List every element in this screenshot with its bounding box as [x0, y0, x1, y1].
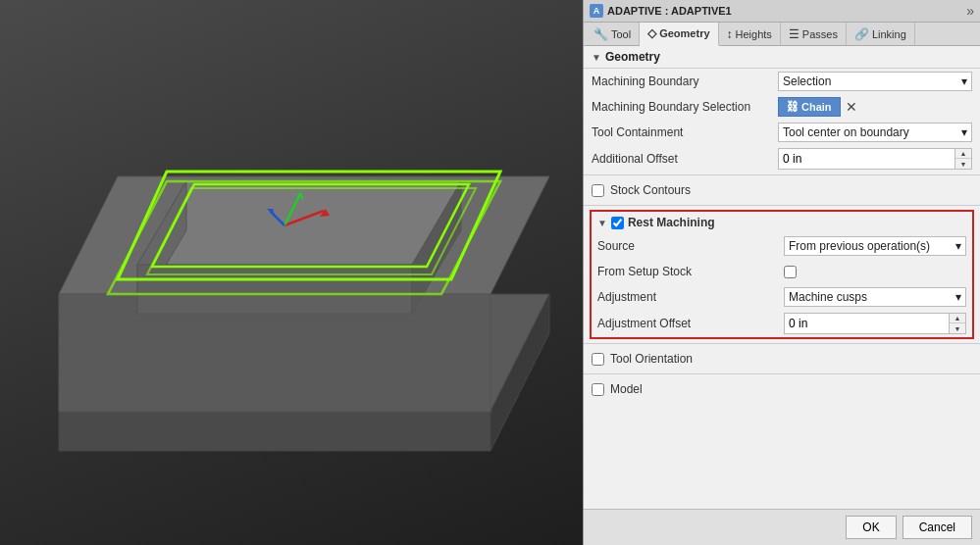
panel-content: ▼ Geometry Machining Boundary Selection …	[584, 46, 980, 509]
adjustment-dropdown-arrow: ▾	[955, 290, 961, 304]
additional-offset-down[interactable]: ▼	[955, 159, 971, 169]
svg-marker-8	[137, 265, 412, 314]
adjustment-offset-spinners: ▲ ▼	[949, 314, 965, 333]
svg-marker-1	[59, 412, 490, 451]
tab-passes[interactable]: ☰ Passes	[781, 23, 847, 45]
tool-containment-dropdown-arrow: ▾	[961, 125, 967, 139]
passes-tab-icon: ☰	[789, 27, 799, 41]
tab-heights[interactable]: ↕ Heights	[719, 23, 781, 45]
panel-footer: OK Cancel	[584, 509, 980, 545]
machining-boundary-dropdown[interactable]: Selection ▾	[778, 72, 972, 91]
rest-machining-label[interactable]: Rest Machining	[628, 216, 715, 229]
machining-boundary-selection-row: Machining Boundary Selection ⛓ Chain ✕	[584, 94, 980, 120]
tool-containment-row: Tool Containment Tool center on boundary…	[584, 120, 980, 145]
from-setup-stock-label: From Setup Stock	[597, 265, 784, 278]
machining-boundary-dropdown-value: Selection	[783, 74, 831, 88]
model-checkbox[interactable]	[592, 383, 604, 396]
tabs-bar: 🔧 Tool ◇ Geometry ↕ Heights ☰ Passes 🔗 L…	[584, 23, 980, 46]
machining-boundary-selection-label: Machining Boundary Selection	[592, 100, 778, 114]
ok-button[interactable]: OK	[846, 516, 896, 539]
additional-offset-input-ctrl: ▲ ▼	[778, 148, 972, 170]
chain-button[interactable]: ⛓ Chain	[778, 97, 841, 117]
properties-panel: A ADAPTIVE : ADAPTIVE1 » 🔧 Tool ◇ Geomet…	[583, 0, 980, 545]
additional-offset-value: ▲ ▼	[778, 148, 972, 170]
rest-machining-arrow: ▼	[597, 218, 607, 228]
tool-containment-dropdown[interactable]: Tool center on boundary ▾	[778, 123, 972, 142]
machining-boundary-selection-value: ⛓ Chain ✕	[778, 97, 972, 117]
model-row: Model	[584, 376, 980, 402]
additional-offset-spinners: ▲ ▼	[954, 149, 971, 169]
source-dropdown[interactable]: From previous operation(s) ▾	[784, 236, 966, 256]
from-setup-stock-value	[784, 266, 966, 278]
machining-boundary-dropdown-arrow: ▾	[961, 74, 967, 88]
additional-offset-up[interactable]: ▲	[955, 149, 971, 159]
stock-contours-checkbox[interactable]	[592, 184, 604, 197]
adjustment-offset-value: ▲ ▼	[784, 313, 966, 334]
linking-tab-icon: 🔗	[854, 27, 869, 41]
viewport-3d[interactable]	[0, 0, 583, 545]
panel-title: ADAPTIVE : ADAPTIVE1	[607, 5, 732, 17]
adjustment-label: Adjustment	[597, 290, 784, 304]
adjustment-offset-input[interactable]	[785, 315, 949, 332]
additional-offset-row: Additional Offset ▲ ▼	[584, 145, 980, 173]
machining-boundary-value: Selection ▾	[778, 72, 972, 91]
source-label: Source	[597, 239, 784, 253]
tab-passes-label: Passes	[802, 28, 838, 40]
geometry-collapse-arrow: ▼	[592, 52, 601, 63]
model-label[interactable]: Model	[610, 382, 643, 396]
stock-contours-label[interactable]: Stock Contours	[610, 183, 691, 197]
machining-boundary-row: Machining Boundary Selection ▾	[584, 69, 980, 94]
tab-tool[interactable]: 🔧 Tool	[586, 23, 640, 45]
tab-linking-label: Linking	[872, 28, 906, 40]
tool-containment-dropdown-value: Tool center on boundary	[783, 125, 909, 139]
panel-expand-icon[interactable]: »	[966, 3, 974, 19]
tool-orientation-checkbox[interactable]	[592, 353, 604, 366]
adjustment-offset-input-ctrl: ▲ ▼	[784, 313, 966, 334]
titlebar-left: A ADAPTIVE : ADAPTIVE1	[590, 4, 732, 18]
from-setup-stock-checkbox[interactable]	[784, 266, 797, 278]
tool-orientation-row: Tool Orientation	[584, 346, 980, 372]
adjustment-dropdown[interactable]: Machine cusps ▾	[784, 287, 966, 307]
clear-selection-button[interactable]: ✕	[844, 99, 859, 115]
additional-offset-input[interactable]	[779, 150, 954, 168]
adjustment-offset-up[interactable]: ▲	[950, 314, 965, 323]
stock-contours-row: Stock Contours	[584, 177, 980, 203]
rest-machining-header[interactable]: ▼ Rest Machining	[592, 212, 972, 233]
geometry-tab-icon: ◇	[647, 26, 656, 40]
adjustment-dropdown-value: Machine cusps	[789, 290, 867, 304]
tab-linking[interactable]: 🔗 Linking	[847, 23, 915, 45]
rest-machining-section: ▼ Rest Machining Source From previous op…	[590, 210, 974, 339]
machining-boundary-label: Machining Boundary	[592, 74, 778, 88]
source-row: Source From previous operation(s) ▾	[592, 233, 972, 259]
adjustment-offset-row: Adjustment Offset ▲ ▼	[592, 310, 972, 337]
tool-tab-icon: 🔧	[593, 27, 608, 41]
adjustment-offset-label: Adjustment Offset	[597, 317, 784, 330]
tab-tool-label: Tool	[611, 28, 631, 40]
chain-button-label: Chain	[801, 101, 832, 113]
chain-icon: ⛓	[787, 100, 799, 114]
geometry-section-label: Geometry	[605, 50, 660, 64]
rest-machining-checkbox[interactable]	[611, 217, 624, 229]
source-dropdown-arrow: ▾	[955, 239, 961, 253]
tab-geometry-label: Geometry	[659, 27, 709, 39]
tool-containment-value: Tool center on boundary ▾	[778, 123, 972, 142]
tab-geometry[interactable]: ◇ Geometry	[640, 23, 718, 46]
adjustment-value: Machine cusps ▾	[784, 287, 966, 307]
from-setup-stock-row: From Setup Stock	[592, 259, 972, 284]
heights-tab-icon: ↕	[727, 27, 733, 41]
additional-offset-label: Additional Offset	[592, 152, 778, 166]
tool-orientation-label[interactable]: Tool Orientation	[610, 352, 693, 366]
panel-titlebar: A ADAPTIVE : ADAPTIVE1 »	[584, 0, 980, 23]
geometry-section-header[interactable]: ▼ Geometry	[584, 46, 980, 68]
source-dropdown-value: From previous operation(s)	[789, 239, 930, 253]
tool-containment-label: Tool Containment	[592, 125, 778, 139]
panel-icon: A	[590, 4, 603, 18]
source-value: From previous operation(s) ▾	[784, 236, 966, 256]
adjustment-row: Adjustment Machine cusps ▾	[592, 284, 972, 310]
cancel-button[interactable]: Cancel	[903, 516, 972, 539]
adjustment-offset-down[interactable]: ▼	[950, 323, 965, 333]
tab-heights-label: Heights	[736, 28, 772, 40]
